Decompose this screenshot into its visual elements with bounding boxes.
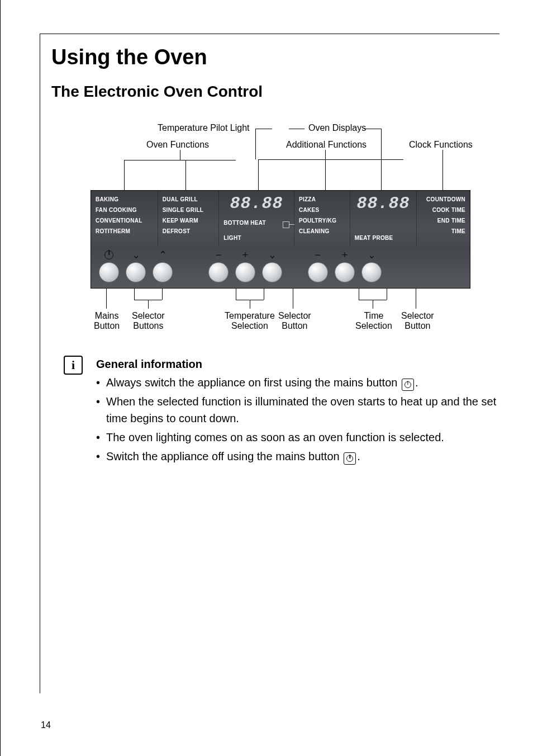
temp-minus-button[interactable] — [208, 262, 229, 282]
group-mains-selector: ⌄ ⌃ — [96, 249, 176, 282]
bullet-text: Switch the appliance off using the mains… — [106, 450, 342, 462]
label-selector-button-mid: Selector Button — [278, 311, 311, 331]
selector-down-button[interactable] — [126, 262, 146, 282]
group-time: − + ⌄ — [304, 249, 385, 282]
section-title: The Electronic Oven Control — [51, 83, 499, 101]
info-heading: General information — [96, 358, 499, 371]
group-temperature: − + ⌄ — [205, 249, 285, 282]
oven-control-panel: BAKING FAN COOKING CONVENTIONAL ROTITHER… — [91, 190, 470, 289]
list-item: When the selected function is illuminate… — [96, 393, 499, 427]
func-rotitherm: ROTITHERM — [96, 226, 153, 237]
func-countdown: COUNTDOWN — [426, 194, 465, 205]
list-item: The oven lighting comes on as soon as an… — [96, 429, 499, 446]
chevron-down-icon: ⌄ — [261, 249, 283, 261]
time-minus-button[interactable] — [308, 262, 328, 282]
bullet-text: Always switch the appliance on first usi… — [106, 376, 401, 389]
clock-display-area: 88.88 MEAT PROBE — [350, 191, 417, 247]
func-conventional: CONVENTIONAL — [96, 215, 153, 226]
func-poultry-kg: POULTRY/KG — [299, 215, 345, 226]
selector-up-button[interactable] — [153, 262, 173, 282]
label-bottom-heat: BOTTOM HEAT — [223, 218, 266, 228]
power-icon — [402, 379, 414, 391]
func-end-time: END TIME — [437, 215, 465, 226]
label-mains-button: Mains Button — [94, 311, 120, 331]
temperature-display: 88.88 — [230, 194, 283, 213]
plus-icon: + — [334, 249, 356, 261]
label-selector-button-right: Selector Button — [401, 311, 434, 331]
func-cook-time: COOK TIME — [432, 205, 465, 215]
chevron-down-icon: ⌄ — [125, 249, 147, 261]
control-panel-diagram: Temperature Pilot Light Oven Displays Ov… — [91, 123, 470, 339]
bullet-text: . — [357, 450, 360, 462]
func-single-grill: SINGLE GRILL — [163, 205, 215, 215]
list-item: Switch the appliance off using the mains… — [96, 448, 499, 465]
label-meat-probe: MEAT PROBE — [355, 233, 393, 243]
label-additional-functions: Additional Functions — [286, 140, 367, 150]
func-cakes: CAKES — [299, 205, 345, 215]
oven-functions-col2: DUAL GRILL SINGLE GRILL KEEP WARM DEFROS… — [158, 191, 220, 247]
page-number: 14 — [41, 720, 51, 730]
clock-functions-col: COUNTDOWN COOK TIME END TIME TIME — [417, 191, 470, 247]
label-selector-buttons: Selector Buttons — [132, 311, 165, 331]
minus-icon: − — [307, 249, 329, 261]
info-icon: i — [64, 356, 83, 375]
additional-functions-col: PIZZA CAKES POULTRY/KG CLEANING — [294, 191, 350, 247]
label-temp-pilot: Temperature Pilot Light — [158, 123, 250, 133]
plus-icon: + — [234, 249, 256, 261]
label-oven-displays: Oven Displays — [308, 123, 366, 133]
label-oven-functions: Oven Functions — [146, 140, 209, 150]
bullet-text: When the selected function is illuminate… — [106, 395, 496, 424]
additional-selector-button[interactable] — [262, 262, 282, 282]
list-item: Always switch the appliance on first usi… — [96, 374, 499, 391]
chevron-up-icon: ⌃ — [151, 249, 174, 261]
time-plus-button[interactable] — [335, 262, 355, 282]
clock-selector-button[interactable] — [361, 262, 382, 282]
info-list: Always switch the appliance on first usi… — [96, 374, 499, 465]
func-defrost: DEFROST — [163, 226, 215, 237]
label-light: LIGHT — [223, 233, 241, 243]
temp-plus-button[interactable] — [235, 262, 255, 282]
label-time-selection: Time Selection — [355, 311, 392, 331]
bullet-text: . — [415, 376, 418, 389]
func-time: TIME — [451, 226, 465, 237]
page-title: Using the Oven — [51, 45, 499, 69]
minus-icon: − — [207, 249, 230, 261]
power-icon — [344, 452, 356, 465]
label-temp-selection: Temperature Selection — [225, 311, 275, 331]
func-pizza: PIZZA — [299, 194, 345, 205]
clock-display: 88.88 — [356, 194, 410, 213]
func-dual-grill: DUAL GRILL — [163, 194, 215, 205]
bullet-text: The oven lighting comes on as soon as an… — [106, 431, 444, 443]
func-cleaning: CLEANING — [299, 226, 345, 237]
func-baking: BAKING — [96, 194, 153, 205]
thermometer-icon — [283, 221, 289, 228]
func-keep-warm: KEEP WARM — [163, 215, 215, 226]
power-icon — [98, 249, 120, 261]
oven-functions-col1: BAKING FAN COOKING CONVENTIONAL ROTITHER… — [91, 191, 158, 247]
func-fan-cooking: FAN COOKING — [96, 205, 153, 215]
mains-button[interactable] — [99, 262, 119, 282]
temperature-display-area: 88.88 BOTTOM HEAT LIGHT — [219, 191, 294, 247]
chevron-down-icon: ⌄ — [360, 249, 383, 261]
label-clock-functions: Clock Functions — [409, 140, 473, 150]
